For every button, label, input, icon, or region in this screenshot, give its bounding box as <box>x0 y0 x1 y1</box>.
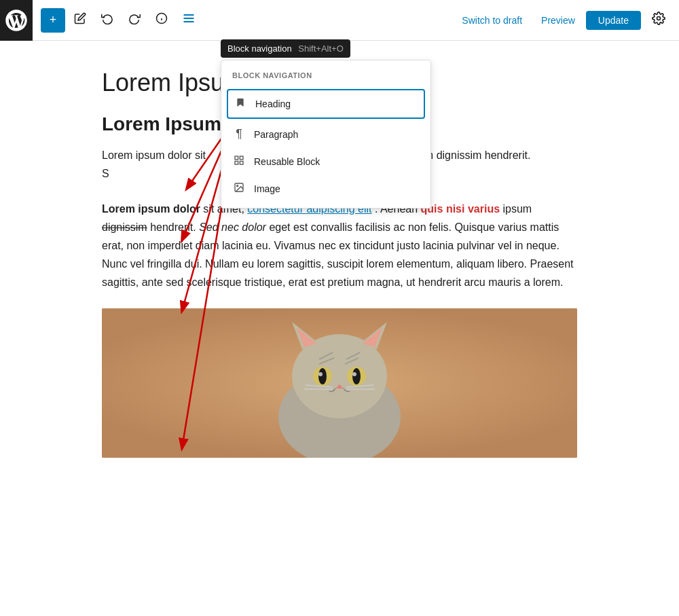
redo-icon <box>128 12 141 28</box>
update-button[interactable]: Update <box>586 11 641 30</box>
block-paragraph-rich[interactable]: Lorem ipsum dolor sit amet, consectetur … <box>102 200 577 292</box>
svg-rect-9 <box>240 161 243 164</box>
svg-rect-10 <box>235 161 238 164</box>
bold-red-text: quis nisi varius <box>421 203 500 215</box>
block-navigation-button[interactable] <box>177 8 201 33</box>
block-nav-paragraph-label: Paragraph <box>254 129 298 140</box>
wp-logo <box>0 0 33 41</box>
svg-point-27 <box>318 368 327 384</box>
italic-text: Sed nec dolor <box>199 221 266 233</box>
undo-icon <box>101 12 113 28</box>
svg-point-28 <box>352 368 361 384</box>
bold-text-1: Lorem ipsum dolor <box>102 203 200 215</box>
list-view-icon <box>182 12 196 29</box>
svg-rect-7 <box>235 156 238 160</box>
pencil-icon <box>74 12 86 28</box>
block-nav-image-label: Image <box>254 183 280 194</box>
svg-point-30 <box>352 372 356 376</box>
switch-to-draft-button[interactable]: Switch to draft <box>454 11 530 30</box>
image-icon <box>232 182 246 196</box>
block-nav-item-paragraph[interactable]: ¶ Paragraph <box>221 120 430 148</box>
settings-button[interactable] <box>646 8 671 33</box>
svg-point-12 <box>237 185 238 187</box>
pilcrow-icon: ¶ <box>232 127 246 141</box>
block-nav-item-image[interactable]: Image <box>221 175 430 202</box>
svg-rect-8 <box>240 156 243 160</box>
normal-text-3: ipsum <box>503 203 532 215</box>
toolbar: + <box>0 0 679 41</box>
block-nav-heading-label: Heading <box>255 98 291 109</box>
strikethrough-text: dignissim <box>102 221 147 233</box>
normal-text-4: hendrerit. <box>150 221 199 233</box>
block-nav-item-heading[interactable]: Heading <box>227 89 425 119</box>
reusable-block-icon <box>232 155 246 168</box>
svg-point-6 <box>657 17 661 20</box>
info-button[interactable] <box>149 8 174 33</box>
gear-icon <box>652 12 665 29</box>
plus-icon: + <box>50 13 57 27</box>
block-nav-reusable-label: Reusable Block <box>254 156 320 167</box>
info-icon <box>155 12 168 28</box>
redo-button[interactable] <box>122 8 147 33</box>
block-nav-item-reusable[interactable]: Reusable Block <box>221 148 430 175</box>
svg-point-29 <box>318 372 323 376</box>
preview-button[interactable]: Preview <box>533 11 583 30</box>
add-block-button[interactable]: + <box>41 8 65 33</box>
edit-button[interactable] <box>68 8 92 33</box>
cat-image <box>102 308 577 458</box>
undo-button[interactable] <box>95 8 120 33</box>
cat-image-block[interactable] <box>102 308 577 458</box>
bookmark-icon <box>234 97 247 111</box>
block-navigation-dropdown: BLOCK NAVIGATION Heading ¶ Paragraph Reu… <box>221 60 431 209</box>
block-nav-title: BLOCK NAVIGATION <box>221 66 430 88</box>
